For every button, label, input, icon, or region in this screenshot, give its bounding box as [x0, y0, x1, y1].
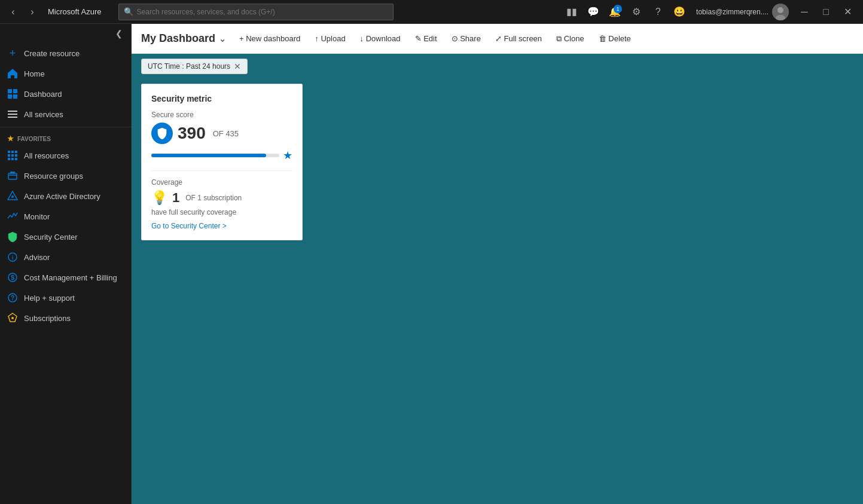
svg-rect-8 — [8, 114, 17, 115]
azure-active-directory-label: Azure Active Directory — [24, 192, 100, 201]
forward-button[interactable]: › — [24, 4, 41, 20]
plus-icon: + — [7, 48, 18, 59]
sidebar-item-help-support[interactable]: ? Help + support — [0, 288, 131, 308]
screen-icon[interactable]: ▮▮ — [562, 2, 581, 22]
filter-tag[interactable]: UTC Time : Past 24 hours ✕ — [141, 59, 248, 74]
sidebar-item-resource-groups[interactable]: Resource groups — [0, 166, 131, 186]
svg-rect-18 — [15, 158, 17, 160]
filter-bar: UTC Time : Past 24 hours ✕ — [132, 54, 863, 79]
svg-rect-19 — [8, 173, 17, 179]
fullscreen-button[interactable]: ⤢ Full screen — [489, 30, 548, 47]
sidebar-item-azure-active-directory[interactable]: Azure Active Directory — [0, 186, 131, 206]
download-button[interactable]: ↓ Download — [354, 30, 407, 47]
bulb-icon: 💡 — [151, 190, 167, 206]
svg-text:$: $ — [11, 274, 14, 281]
score-number: 390 — [178, 124, 206, 143]
filter-label: UTC Time : Past 24 hours — [148, 62, 230, 71]
sidebar-item-monitor[interactable]: Monitor — [0, 206, 131, 227]
new-dashboard-button[interactable]: + New dashboard — [233, 30, 306, 47]
maximize-button[interactable]: □ — [815, 1, 837, 23]
coverage-section: Coverage 💡 1 OF 1 subscription have full… — [151, 170, 292, 230]
monitor-icon — [7, 211, 18, 222]
resource-groups-icon — [7, 170, 18, 181]
delete-button[interactable]: 🗑 Delete — [593, 30, 637, 47]
card-title: Security metric — [151, 94, 292, 103]
sidebar-item-security-center[interactable]: Security Center — [0, 227, 131, 247]
search-input[interactable] — [137, 8, 388, 16]
svg-rect-17 — [11, 158, 14, 160]
user-section[interactable]: tobias@zimmerqren.... — [691, 4, 794, 20]
collapse-button[interactable]: ❮ — [112, 28, 126, 39]
filter-close-icon[interactable]: ✕ — [234, 62, 241, 71]
titlebar: ‹ › Microsoft Azure 🔍 ▮▮ 💬 🔔 1 ⚙ ? 😀 tob… — [0, 0, 863, 24]
list-icon — [7, 109, 18, 120]
nav-arrows: ‹ › — [5, 4, 41, 20]
security-metric-card: Security metric Secure score 390 OF 435 — [141, 84, 303, 240]
sidebar-item-all-services[interactable]: All services — [0, 104, 131, 124]
dashboard-chevron-icon[interactable]: ⌄ — [219, 34, 226, 44]
progress-row: ★ — [151, 149, 292, 162]
resource-groups-label: Resource groups — [24, 172, 83, 181]
dashboard-icon — [7, 88, 18, 99]
secure-score-row: 390 OF 435 — [151, 123, 292, 144]
avatar — [772, 4, 789, 20]
upload-button[interactable]: ↑ Upload — [309, 30, 351, 47]
all-services-label: All services — [24, 110, 63, 119]
svg-rect-5 — [8, 94, 12, 99]
edit-label: ✎ Edit — [415, 34, 437, 43]
home-label: Home — [24, 69, 45, 78]
edit-button[interactable]: ✎ Edit — [409, 30, 443, 47]
sidebar-item-dashboard[interactable]: Dashboard — [0, 84, 131, 104]
share-label: ⊙ Share — [452, 34, 481, 43]
sidebar: ❮ + Create resource Home Dashboard All s… — [0, 24, 132, 504]
svg-rect-9 — [8, 117, 17, 118]
progress-bar-background — [151, 154, 279, 157]
sidebar-collapse[interactable]: ❮ — [0, 24, 131, 43]
settings-icon[interactable]: ⚙ — [627, 2, 646, 22]
fullscreen-label: ⤢ Full screen — [495, 34, 542, 43]
sidebar-item-create-resource[interactable]: + Create resource — [0, 43, 131, 63]
content-area: My Dashboard ⌄ + New dashboard ↑ Upload … — [132, 24, 863, 504]
all-resources-icon — [7, 150, 18, 161]
billing-icon: $ — [7, 272, 18, 283]
coverage-row: 💡 1 OF 1 subscription — [151, 190, 292, 206]
search-icon: 🔍 — [124, 7, 133, 16]
subscriptions-icon — [7, 313, 18, 323]
feedback-icon[interactable]: 💬 — [584, 2, 603, 22]
upload-label: ↑ Upload — [315, 34, 345, 43]
svg-text:i: i — [12, 255, 14, 261]
sidebar-item-all-resources[interactable]: All resources — [0, 145, 131, 166]
help-support-icon: ? — [7, 292, 18, 303]
minimize-button[interactable]: ─ — [794, 1, 815, 23]
titlebar-icons: ▮▮ 💬 🔔 1 ⚙ ? 😀 tobias@zimmerqren.... — [562, 2, 794, 22]
window-controls: ─ □ ✕ — [794, 1, 858, 23]
clone-button[interactable]: ⧉ Clone — [550, 30, 590, 47]
sidebar-divider-1 — [0, 127, 131, 127]
all-resources-label: All resources — [24, 151, 69, 160]
sidebar-item-subscriptions[interactable]: Subscriptions — [0, 308, 131, 328]
share-button[interactable]: ⊙ Share — [446, 30, 487, 47]
sidebar-item-advisor[interactable]: i Advisor — [0, 247, 131, 267]
back-button[interactable]: ‹ — [5, 4, 22, 20]
svg-rect-10 — [8, 151, 10, 153]
sidebar-item-home[interactable]: Home — [0, 63, 131, 84]
secure-score-label: Secure score — [151, 111, 292, 119]
emoji-icon[interactable]: 😀 — [670, 2, 689, 22]
goto-security-center-link[interactable]: Go to Security Center > — [151, 222, 227, 230]
download-label: ↓ Download — [360, 34, 401, 43]
clone-label: ⧉ Clone — [556, 34, 584, 44]
sidebar-item-cost-management[interactable]: $ Cost Management + Billing — [0, 267, 131, 288]
svg-rect-15 — [15, 154, 17, 157]
delete-label: 🗑 Delete — [599, 34, 631, 43]
close-button[interactable]: ✕ — [837, 1, 858, 23]
svg-text:?: ? — [11, 295, 14, 301]
security-center-label: Security Center — [24, 233, 78, 242]
home-icon — [7, 68, 18, 79]
svg-rect-6 — [13, 94, 17, 99]
svg-point-22 — [11, 196, 14, 198]
help-icon[interactable]: ? — [648, 2, 667, 22]
help-support-label: Help + support — [24, 294, 75, 303]
notifications-icon[interactable]: 🔔 1 — [605, 2, 624, 22]
search-bar[interactable]: 🔍 — [118, 4, 394, 20]
subscriptions-label: Subscriptions — [24, 314, 71, 323]
